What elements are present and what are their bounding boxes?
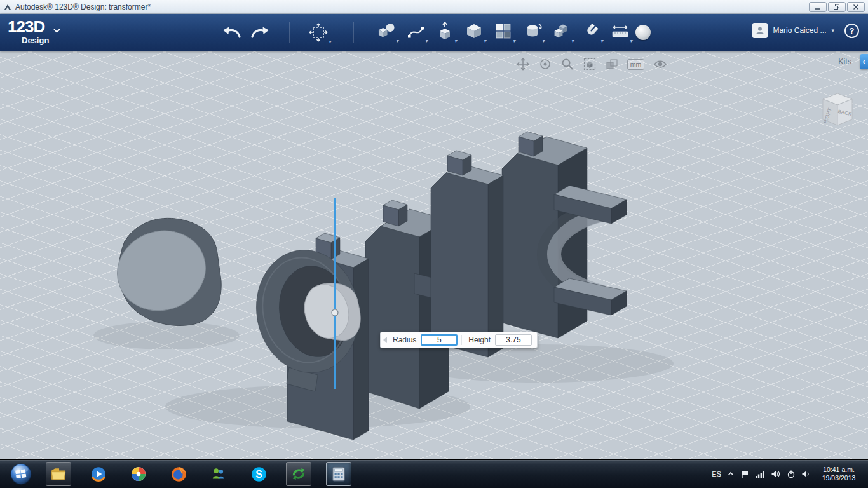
transform-move-icon[interactable]: ▾ <box>308 22 329 44</box>
eye-icon[interactable] <box>653 57 668 71</box>
fit-view-icon[interactable] <box>583 57 597 71</box>
autodesk-logo-icon <box>3 3 12 11</box>
power-icon[interactable] <box>787 470 796 478</box>
hidden-icons-chevron[interactable] <box>727 470 735 478</box>
dropdown-chevron-icon: ▾ <box>571 39 574 44</box>
kits-label[interactable]: Kits <box>838 57 851 66</box>
magnet-snap-icon[interactable]: ▾ <box>581 22 601 43</box>
minimize-button[interactable] <box>809 2 827 12</box>
units-badge[interactable]: mm <box>627 59 644 70</box>
volume2-icon[interactable] <box>801 470 811 478</box>
close-button[interactable] <box>847 2 865 12</box>
restore-button[interactable] <box>828 2 846 12</box>
height-input[interactable] <box>495 334 532 346</box>
system-tray: ES <box>712 466 863 482</box>
dropdown-chevron-icon: ▾ <box>396 39 398 44</box>
main-menu-chevron-icon[interactable] <box>53 24 60 36</box>
orbit-icon[interactable] <box>538 57 552 71</box>
radius-input[interactable] <box>421 334 458 346</box>
undo-icon[interactable] <box>220 24 243 41</box>
dropdown-chevron-icon: ▾ <box>425 39 428 44</box>
dropdown-chevron-icon: ▾ <box>513 39 515 44</box>
title-bar: Autodesk® 123D® Design: transformer* <box>0 0 868 14</box>
dialog-divider <box>461 335 462 345</box>
pattern-icon[interactable]: ▾ <box>493 22 513 43</box>
dropdown-chevron-icon: ▾ <box>542 39 545 44</box>
volume-icon[interactable] <box>771 470 781 478</box>
calculator-icon[interactable] <box>326 462 351 486</box>
taskbar-apps: S <box>46 462 351 486</box>
viewport-nav-toolbar: mm <box>516 57 668 71</box>
scene-canvas[interactable] <box>0 51 868 459</box>
media-player-icon[interactable] <box>86 462 111 486</box>
combine-icon[interactable]: ▾ <box>552 22 572 43</box>
sketch-icon[interactable]: ▾ <box>405 22 426 43</box>
pinwheel-icon[interactable] <box>126 462 151 486</box>
display-mode-icon[interactable] <box>605 57 619 71</box>
revolve-icon[interactable]: ▾ <box>522 22 543 43</box>
extrude-icon[interactable]: ▾ <box>435 22 455 43</box>
toolbar-separator <box>614 22 614 43</box>
help-button[interactable]: ? <box>844 24 859 38</box>
main-toolbar: 123D Design ▾ <box>0 14 868 51</box>
skype-icon[interactable]: S <box>246 462 271 486</box>
toolbar-separator <box>353 22 354 43</box>
start-button[interactable] <box>9 462 33 486</box>
clock[interactable]: 10:41 a.m. 19/03/2013 <box>817 466 860 482</box>
action-center-flag-icon[interactable] <box>740 470 749 479</box>
language-indicator[interactable]: ES <box>712 470 721 478</box>
grip-handle[interactable] <box>332 309 338 316</box>
dropdown-chevron-icon: ▾ <box>329 39 331 44</box>
firefox-icon[interactable] <box>166 462 191 486</box>
gray-cylinder[interactable] <box>107 218 221 325</box>
transformer-core-right-half[interactable] <box>431 132 627 357</box>
svg-text:S: S <box>255 469 262 480</box>
avatar <box>752 23 768 38</box>
explorer-icon[interactable] <box>46 462 71 486</box>
collapse-chevron-icon[interactable]: ‹ <box>860 54 868 69</box>
view-cube[interactable]: RIGHT BACK <box>815 89 860 133</box>
app-logo[interactable]: 123D <box>8 17 44 37</box>
taskbar: S <box>0 459 868 488</box>
pan-icon[interactable] <box>516 57 530 71</box>
app-logo-sub: Design <box>22 36 49 45</box>
solid-icon[interactable]: ▾ <box>464 22 484 43</box>
primitives-icon[interactable]: ▾ <box>376 22 397 43</box>
dropdown-chevron-icon: ▾ <box>630 39 632 44</box>
window-title: Autodesk® 123D® Design: transformer* <box>15 3 151 11</box>
dropdown-chevron-icon: ▾ <box>454 39 457 44</box>
clock-date: 19/03/2013 <box>817 474 860 482</box>
radius-label: Radius <box>393 336 416 344</box>
parameter-dialog: Radius Height <box>380 332 538 348</box>
zoom-icon[interactable] <box>560 57 574 71</box>
clock-time: 10:41 a.m. <box>817 466 860 474</box>
user-area: Mario Caiced ... ▾ ? <box>752 23 859 38</box>
material-sphere-icon[interactable] <box>635 25 651 40</box>
measure-icon[interactable]: ▾ <box>610 22 630 43</box>
redo-icon[interactable] <box>249 24 272 41</box>
tool-group: ▾ ▾ ▾ ▾ <box>376 22 630 43</box>
dialog-handle-icon[interactable] <box>383 337 387 343</box>
dropdown-chevron-icon: ▾ <box>600 39 603 44</box>
green-app-icon[interactable] <box>286 462 311 486</box>
toolbar-separator <box>289 22 290 43</box>
height-label: Height <box>468 336 491 344</box>
app-window: Autodesk® 123D® Design: transformer* 123… <box>0 0 868 488</box>
viewport-3d[interactable]: mm Kits ‹ RIGHT BACK <box>0 51 868 459</box>
user-name[interactable]: Mario Caiced ... <box>773 26 826 35</box>
network-icon[interactable] <box>755 470 765 478</box>
messenger-icon[interactable] <box>206 462 231 486</box>
user-menu-chevron-icon[interactable]: ▾ <box>831 27 834 34</box>
dropdown-chevron-icon: ▾ <box>484 39 486 44</box>
